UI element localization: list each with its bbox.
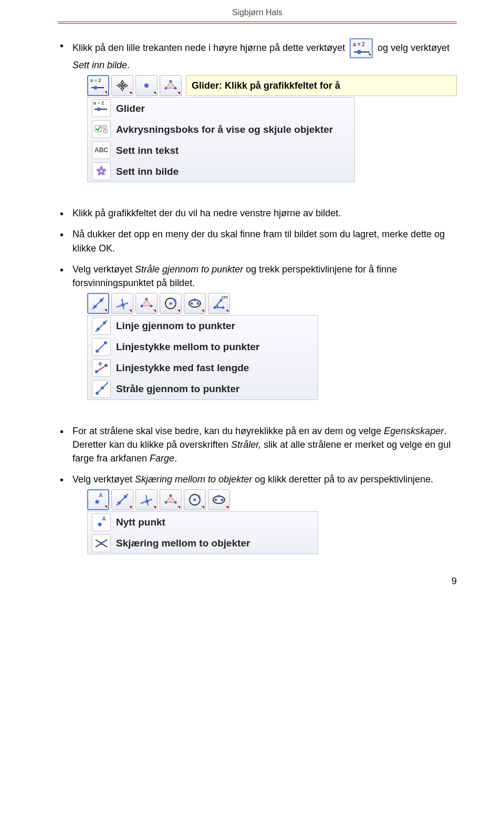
menu-label: Stråle gjennom to punkter	[116, 382, 239, 396]
menu-item-segment[interactable]: Linjestykke mellom to punkter	[88, 336, 318, 357]
screenshot-lines-menu: cm Linje gjennom to punkter Linjestykke …	[87, 293, 457, 400]
text: Klikk på den lille trekanten nede i høyr…	[72, 43, 345, 53]
svg-point-30	[214, 306, 216, 309]
text-italic: Stråler,	[231, 439, 261, 450]
svg-point-7	[165, 87, 167, 90]
angle-tool-button[interactable]: cm	[208, 293, 230, 314]
menu-item-intersect[interactable]: Skjæring mellom to objekter	[88, 533, 318, 554]
svg-point-45	[96, 500, 99, 504]
svg-point-31	[222, 306, 225, 309]
circle-tool-button[interactable]	[160, 293, 182, 314]
polygon-tool-button[interactable]	[160, 75, 182, 96]
text: Velg verktøyet	[72, 474, 132, 485]
screenshot-glider-menu: a = 2 Gli	[87, 75, 457, 182]
svg-point-24	[170, 302, 172, 304]
line-icon	[92, 317, 111, 335]
svg-point-60	[221, 499, 224, 501]
svg-point-48	[124, 495, 127, 498]
svg-point-54	[165, 501, 167, 504]
svg-point-34	[97, 328, 100, 331]
menu-item-image[interactable]: Sett inn bilde	[88, 161, 354, 182]
svg-point-4	[144, 83, 149, 88]
perpendicular-tool-button[interactable]	[135, 489, 158, 510]
svg-point-29	[194, 298, 196, 301]
bullet-2: Klikk på grafikkfeltet der du vil ha ned…	[58, 206, 457, 220]
toolbar-row: a = 2 Gli	[87, 75, 457, 96]
line-tool-button[interactable]	[111, 489, 133, 510]
svg-point-51	[145, 500, 149, 503]
slider-tool-icon: a = 2	[350, 38, 373, 58]
menu-item-ray[interactable]: Stråle gjennom to punkter	[88, 378, 318, 399]
point-tool-button[interactable]: A	[87, 489, 109, 510]
menu-item-text[interactable]: ABC Sett inn tekst	[88, 140, 354, 161]
svg-point-9	[97, 108, 101, 111]
ellipse-tool-button[interactable]	[208, 489, 230, 510]
svg-point-21	[150, 304, 153, 307]
svg-point-35	[103, 321, 106, 324]
text-italic: Skjæring mellom to objekter	[135, 474, 252, 485]
svg-point-20	[145, 298, 148, 300]
text-italic: Farge	[150, 453, 174, 464]
slider-tool-button[interactable]: a = 2	[87, 75, 109, 96]
tool-label: a = 2	[90, 77, 101, 84]
bullet-3: Nå dukker det opp en meny der du skal fi…	[58, 227, 457, 255]
menu-label: Linjestykke med fast lengde	[116, 361, 249, 375]
text-italic: Egenskskaper	[384, 426, 444, 436]
menu-item-checkbox[interactable]: Avkrysningsboks for å vise og skjule obj…	[88, 119, 354, 140]
svg-point-57	[198, 496, 201, 498]
bullet-1: Klikk på den lille trekanten nede i høyr…	[58, 38, 457, 182]
move-tool-button[interactable]	[111, 75, 133, 96]
polygon-tool-button[interactable]	[160, 489, 182, 510]
line-tool-button[interactable]	[87, 293, 109, 314]
text-italic: Sett inn bilde	[72, 60, 127, 70]
tool-dropdown-menu: Linje gjennom to punkter Linjestykke mel…	[87, 315, 318, 400]
segment-icon	[92, 338, 111, 356]
text: Klikk på grafikkfeltet der du vil ha ned…	[72, 208, 341, 218]
toolbar-row: cm	[87, 293, 457, 314]
svg-point-56	[194, 499, 196, 501]
perpendicular-tool-button[interactable]	[111, 293, 133, 314]
menu-item-glider[interactable]: a = 2 Glider	[88, 98, 354, 119]
image-icon	[92, 162, 111, 180]
slider-icon: a = 2	[92, 99, 111, 117]
menu-item-new-point[interactable]: A Nytt punkt	[88, 512, 318, 533]
ellipse-tool-button[interactable]	[184, 293, 206, 314]
polygon-tool-button[interactable]	[135, 293, 158, 314]
point-tool-button[interactable]	[135, 75, 158, 96]
tool-dropdown-menu: A Nytt punkt Skjæring mellom to objekter	[87, 511, 318, 554]
svg-point-12	[103, 129, 108, 133]
svg-point-52	[170, 495, 172, 497]
page-number: 9	[58, 562, 457, 593]
svg-point-1	[357, 50, 361, 54]
instruction-list: Klikk på den lille trekanten nede i høyr…	[58, 38, 457, 554]
page-author: Sigbjørn Hals	[58, 0, 457, 22]
menu-label: Sett inn bilde	[116, 164, 178, 179]
bullet-6: Velg verktøyet Skjæring mellom to objekt…	[58, 472, 457, 554]
svg-point-5	[170, 80, 172, 83]
svg-point-44	[101, 386, 104, 390]
menu-item-segment-fixed[interactable]: a Linjestykke med fast lengde	[88, 357, 318, 378]
text: og velg verktøyet	[377, 43, 449, 53]
svg-point-38	[104, 341, 107, 344]
menu-label: Nytt punkt	[116, 515, 165, 530]
text: .	[127, 60, 130, 70]
segment-fixed-icon: a	[92, 359, 111, 377]
menu-label: Sett inn tekst	[116, 143, 178, 158]
menu-item-line[interactable]: Linje gjennom to punkter	[88, 315, 318, 336]
menu-label: Linjestykke mellom to punkter	[116, 340, 259, 354]
svg-point-62	[98, 523, 102, 527]
svg-point-22	[141, 304, 143, 307]
circle-tool-button[interactable]	[184, 489, 206, 510]
dropdown-arrow-icon	[104, 91, 107, 94]
dropdown-arrow-icon	[368, 54, 371, 56]
tool-dropdown-menu: a = 2 Glider Avkrysningsboks for å vise …	[87, 97, 355, 182]
svg-point-11	[102, 125, 107, 129]
text-italic: Stråle gjennom to punkter	[135, 264, 243, 275]
ray-icon	[92, 380, 111, 398]
header-rule	[58, 22, 457, 24]
svg-point-41	[104, 364, 108, 367]
screenshot-points-menu: A	[87, 489, 457, 554]
svg-point-65	[100, 542, 103, 545]
svg-point-3	[94, 86, 98, 90]
svg-point-37	[96, 350, 99, 353]
